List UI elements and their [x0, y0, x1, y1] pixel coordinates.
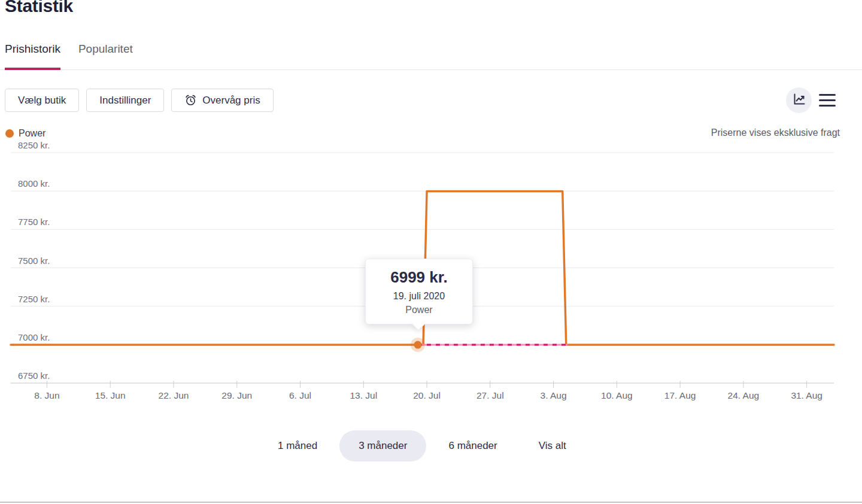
select-store-label: Vælg butik: [18, 95, 66, 107]
y-axis-label: 7250 kr.: [18, 294, 50, 304]
x-axis-label: 3. Aug: [541, 390, 567, 400]
settings-button[interactable]: Indstillinger: [86, 89, 164, 112]
x-axis-label: 24. Aug: [728, 390, 760, 400]
y-axis-label: 7000 kr.: [18, 332, 50, 342]
watch-price-label: Overvåg pris: [202, 95, 260, 107]
tooltip-price: 6999 kr.: [366, 268, 472, 287]
range-1-month[interactable]: 1 måned: [259, 430, 336, 462]
x-axis-label: 20. Jul: [413, 390, 441, 400]
page-title: Statistik: [5, 0, 73, 16]
tooltip-date: 19. juli 2020: [366, 291, 472, 302]
view-controls: [786, 87, 836, 113]
x-axis-label: 27. Jul: [476, 390, 504, 400]
x-axis-label: 15. Jun: [95, 390, 126, 400]
tab-label: Prishistorik: [5, 42, 60, 56]
select-store-button[interactable]: Vælg butik: [5, 89, 79, 112]
page-bottom-divider: [0, 502, 862, 503]
range-selector: 1 måned 3 måneder 6 måneder Vis alt: [259, 430, 585, 462]
shipping-note: Priserne vises eksklusive fragt: [711, 127, 840, 138]
settings-label: Indstillinger: [99, 95, 151, 107]
x-axis-label: 13. Jul: [350, 390, 377, 400]
y-axis-label: 8000 kr.: [18, 178, 50, 189]
x-axis-label: 17. Aug: [664, 390, 696, 400]
y-axis-label: 7500 kr.: [18, 256, 50, 266]
tooltip-store: Power: [366, 305, 472, 315]
y-axis-label: 8250 kr.: [18, 140, 50, 150]
range-3-months[interactable]: 3 måneder: [339, 430, 426, 462]
x-axis-label: 8. Jun: [34, 390, 59, 400]
x-axis-label: 6. Jul: [289, 390, 311, 400]
hamburger-menu-icon: [819, 94, 836, 96]
x-axis-label: 10. Aug: [601, 390, 633, 400]
y-axis-label: 7750 kr.: [18, 217, 50, 227]
legend-dot: [5, 129, 14, 138]
list-view-button[interactable]: [819, 94, 836, 107]
x-axis-label: 31. Aug: [791, 390, 822, 400]
x-axis-label: 22. Jun: [159, 390, 189, 400]
alarm-clock-icon: [184, 94, 197, 107]
tab-bar: Prishistorik Popularitet: [0, 36, 862, 70]
watch-price-button[interactable]: Overvåg pris: [171, 89, 273, 112]
x-axis-label: 29. Jun: [221, 390, 252, 400]
hamburger-menu-icon: [819, 99, 836, 101]
price-tooltip: 6999 kr. 19. juli 2020 Power: [365, 259, 473, 324]
line-chart-icon: [792, 92, 806, 109]
tab-label: Popularitet: [78, 42, 133, 56]
y-axis-label: 6750 kr.: [18, 371, 50, 381]
hamburger-menu-icon: [819, 105, 836, 107]
selected-point-marker[interactable]: [414, 341, 421, 349]
tab-popularitet[interactable]: Popularitet: [78, 36, 133, 69]
range-show-all[interactable]: Vis alt: [520, 430, 585, 462]
range-6-months[interactable]: 6 måneder: [429, 430, 516, 462]
chart-toolbar: Vælg butik Indstillinger Overvåg pris: [5, 89, 274, 112]
chart-view-button[interactable]: [786, 87, 812, 113]
tab-prishistorik[interactable]: Prishistorik: [5, 36, 60, 69]
